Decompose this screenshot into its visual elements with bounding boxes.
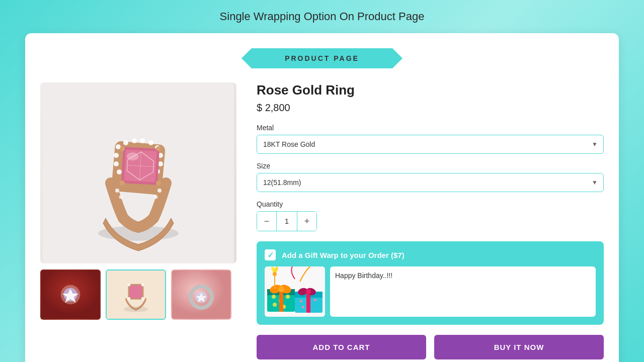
gift-image: ★ ★ ★ ★ xyxy=(265,266,325,317)
product-images xyxy=(40,82,236,359)
svg-text:★: ★ xyxy=(299,298,303,304)
svg-point-57 xyxy=(273,303,277,307)
add-to-cart-button[interactable]: ADD TO CART xyxy=(257,335,426,359)
svg-text:★: ★ xyxy=(301,304,305,310)
thumbnail-row xyxy=(40,269,236,320)
quantity-increase-button[interactable]: + xyxy=(297,212,316,231)
gift-wrap-body: ★ ★ ★ ★ xyxy=(265,266,596,317)
gift-wrap-label: Add a Gift Warp to your Order ($7) xyxy=(282,251,405,259)
svg-point-31 xyxy=(157,189,162,193)
thumbnail-2[interactable] xyxy=(106,269,166,320)
quantity-section: Quantity − 1 + xyxy=(257,200,604,231)
product-price: $ 2,800 xyxy=(257,102,604,114)
buy-now-button[interactable]: BUY IT NOW xyxy=(434,335,604,359)
svg-point-6 xyxy=(140,138,145,143)
action-buttons: ADD TO CART BUY IT NOW xyxy=(257,335,604,359)
thumbnail-3[interactable] xyxy=(171,269,231,320)
gift-wrap-header: ✓ Add a Gift Warp to your Order ($7) xyxy=(265,249,596,260)
svg-point-18 xyxy=(114,153,119,158)
svg-point-27 xyxy=(120,180,125,186)
svg-point-5 xyxy=(132,138,137,143)
svg-point-28 xyxy=(156,180,161,186)
svg-point-72 xyxy=(306,289,311,294)
thumbnail-1[interactable] xyxy=(40,269,101,320)
product-details: Rose Gold Ring $ 2,800 Metal 18KT Rose G… xyxy=(257,82,604,359)
main-product-image xyxy=(40,82,236,263)
svg-point-45 xyxy=(141,297,144,300)
svg-point-16 xyxy=(117,169,122,174)
banner: PRODUCT PAGE xyxy=(40,48,604,68)
svg-point-26 xyxy=(156,146,161,151)
quantity-decrease-button[interactable]: − xyxy=(257,212,276,231)
svg-rect-41 xyxy=(129,286,142,298)
size-select[interactable]: 10(49.3mm) 11(50.6mm) 12(51.8mm) 13(53.1… xyxy=(257,173,604,192)
svg-point-4 xyxy=(123,140,128,145)
svg-point-10 xyxy=(158,161,163,166)
svg-point-25 xyxy=(120,146,125,151)
svg-point-17 xyxy=(114,161,119,166)
size-label: Size xyxy=(257,162,604,170)
product-layout: Rose Gold Ring $ 2,800 Metal 18KT Rose G… xyxy=(40,82,604,359)
svg-point-42 xyxy=(128,284,131,287)
checkbox-check-icon: ✓ xyxy=(267,250,274,260)
svg-point-7 xyxy=(148,140,153,145)
size-select-wrapper: 10(49.3mm) 11(50.6mm) 12(51.8mm) 13(53.1… xyxy=(257,173,604,192)
banner-ribbon: PRODUCT PAGE xyxy=(242,48,403,68)
svg-point-44 xyxy=(128,297,131,300)
svg-point-54 xyxy=(272,295,276,299)
page-title: Single Wrapping Option On Product Page xyxy=(220,10,425,23)
svg-point-32 xyxy=(154,196,158,199)
gift-wrap-section: ✓ Add a Gift Warp to your Order ($7) xyxy=(257,241,604,325)
metal-select-wrapper: 18KT Rose Gold 18KT Yellow Gold Platinum… xyxy=(257,135,604,154)
quantity-label: Quantity xyxy=(257,200,604,208)
gift-wrap-checkbox[interactable]: ✓ xyxy=(265,249,276,260)
svg-point-30 xyxy=(119,196,123,199)
gift-message-box[interactable]: Happy Birthday..!!! xyxy=(330,266,596,317)
svg-point-29 xyxy=(115,189,119,193)
svg-point-43 xyxy=(141,284,144,287)
svg-rect-59 xyxy=(279,289,283,312)
product-card: PRODUCT PAGE xyxy=(25,33,619,362)
product-name: Rose Gold Ring xyxy=(257,82,604,98)
svg-point-56 xyxy=(286,295,290,299)
quantity-control: − 1 + xyxy=(257,211,317,231)
metal-label: Metal xyxy=(257,124,604,132)
svg-text:★: ★ xyxy=(313,297,317,303)
gift-message-text: Happy Birthday..!!! xyxy=(335,272,392,280)
metal-select[interactable]: 18KT Rose Gold 18KT Yellow Gold Platinum xyxy=(257,135,604,154)
svg-point-62 xyxy=(278,286,284,292)
quantity-value: 1 xyxy=(276,212,297,231)
